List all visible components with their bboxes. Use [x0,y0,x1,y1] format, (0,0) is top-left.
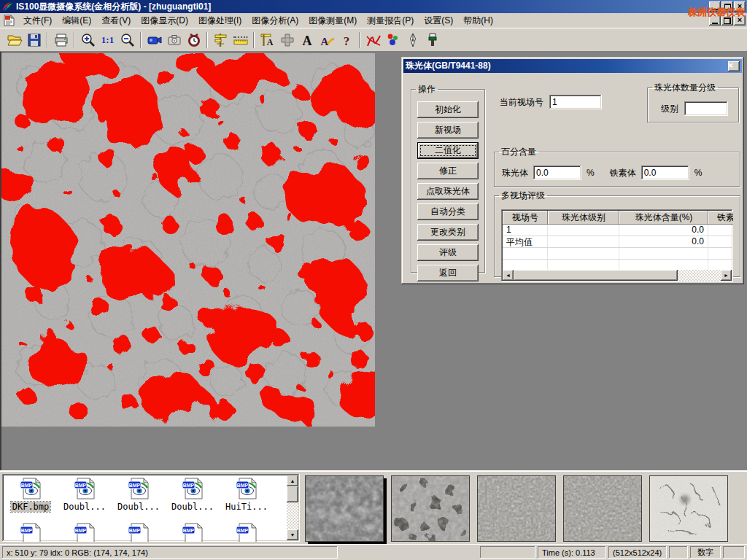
col-header-pearlite-pct[interactable]: 珠光体含量(%) [619,211,708,225]
annotate-icon[interactable]: A [317,30,336,50]
table-horizontal-scrollbar[interactable]: ◄ ► [503,270,732,281]
metallograph-image[interactable] [1,53,375,427]
video-camera-icon[interactable] [144,30,164,50]
rate-button[interactable]: 评级 [417,244,479,261]
pen-icon[interactable] [403,30,422,50]
ferrite-label: 铁素体 [610,167,636,179]
change-class-button[interactable]: 更改类别 [417,224,479,241]
thumbnail-image[interactable] [391,475,470,542]
correct-button[interactable]: 修正 [417,163,479,179]
scroll-left-icon[interactable]: ◄ [503,270,514,281]
file-item[interactable]: BMP Doubl... [166,477,220,512]
snapshot-camera-icon[interactable] [164,30,184,50]
file-item[interactable]: BMP Doubl... [112,477,166,512]
menu-item-image-process[interactable]: 图像处理(I) [193,13,247,28]
dialog-close-icon[interactable]: × [728,61,740,71]
file-item[interactable]: BMP Doubl... [58,477,112,512]
percent-sign: % [587,168,595,178]
toolbar-separator [140,32,142,48]
col-header-field-no[interactable]: 视场号 [503,211,548,225]
svg-text:BMP: BMP [75,528,87,533]
pearlite-percent-input[interactable] [533,166,581,180]
thumbnail-strip [305,475,728,542]
menu-item-image-measure[interactable]: 图像测量(M) [303,13,362,28]
phase-color-icon[interactable] [383,30,403,50]
pick-pearlite-button[interactable]: 点取珠光体 [417,183,479,200]
col-header-ferrite[interactable]: 铁素体 [708,211,733,225]
file-list-scrollbar[interactable]: ▲ ▼ [287,475,298,540]
status-image-size: (512x512x24) [608,546,667,559]
new-field-button[interactable]: 新视场 [417,122,479,139]
grid-cross-icon[interactable] [277,30,297,50]
operations-group: 操作 初始化 新视场 二值化 修正 点取珠光体 自动分类 更改类别 评级 返回 [411,83,485,273]
scrollbar-thumb[interactable] [287,486,298,502]
measure-text-icon[interactable]: A [258,30,277,50]
document-system-icon[interactable] [3,15,15,26]
status-empty-panel [723,546,745,559]
menu-item-edit[interactable]: 编辑(E) [57,13,96,28]
file-item[interactable]: BMP DKF.bmp [4,477,58,512]
open-folder-icon[interactable] [4,30,24,50]
init-button[interactable]: 初始化 [417,101,479,118]
menu-item-view[interactable]: 查看(V) [96,13,136,28]
zoom-in-icon[interactable] [78,30,98,50]
menu-item-image-analysis[interactable]: 图像分析(A) [247,13,303,28]
text-label-icon[interactable]: A [297,30,317,50]
menu-item-settings[interactable]: 设置(S) [419,13,458,28]
caliper-icon[interactable] [211,30,231,50]
status-empty-panel [669,546,688,559]
actual-size-icon[interactable]: 1:1 [98,30,117,50]
curve-tool-icon[interactable] [363,30,383,50]
thumbnail-image[interactable] [305,475,384,542]
multi-field-group: 多视场评级 视场号 珠光体级别 珠光体含量(%) 铁素体 1 0.0 [494,190,740,277]
menu-item-help[interactable]: 帮助(H) [458,13,498,28]
scroll-right-icon[interactable]: ► [721,270,732,281]
table-row[interactable]: 1 0.0 [503,225,732,236]
save-icon[interactable] [24,30,44,50]
file-item[interactable]: BMP [58,522,112,542]
grade-input[interactable] [684,101,728,116]
percent-sign: % [694,168,703,178]
file-item[interactable]: BMP HuiTi... [220,477,274,512]
file-list: BMP DKF.bmp BMP Doubl... BMP Doubl... BM… [2,474,300,542]
pearlite-dialog: 珠光体(GB/T9441-88) × 操作 初始化 新视场 二值化 修正 点取珠… [401,57,744,284]
file-item[interactable]: BMP [166,522,220,542]
percent-group: 百分含量 珠光体 % 铁素体 % [494,146,740,187]
return-button[interactable]: 返回 [417,265,479,281]
operations-group-label: 操作 [416,83,438,96]
zoom-out-icon[interactable] [117,30,137,50]
toolbar: 1:1 A A A ? [0,28,747,52]
scroll-up-icon[interactable]: ▲ [287,475,298,486]
table-row[interactable]: 平均值 0.0 [503,236,732,248]
brush-icon[interactable] [422,30,442,50]
vendor-watermark: 株洲仪器仪表 [688,6,745,19]
file-item[interactable]: BMP [4,522,58,542]
status-time: Time (s): 0.113 [538,546,606,559]
menu-item-file[interactable]: 文件(F) [18,13,57,28]
grade-group-label: 珠光体数量分级 [652,82,718,94]
svg-text:BMP: BMP [21,483,33,488]
thumbnail-image[interactable] [649,475,728,542]
toolbar-separator [359,32,360,48]
menu-item-measure-report[interactable]: 测量报告(P) [362,13,419,28]
timer-clock-icon[interactable] [184,30,204,50]
thumbnail-image[interactable] [477,475,556,542]
help-icon[interactable]: ? [336,30,356,50]
thumbnail-image[interactable] [563,475,642,542]
ferrite-percent-input[interactable] [641,166,689,180]
binarize-button[interactable]: 二值化 [417,142,479,159]
ruler-icon[interactable] [231,30,250,50]
menu-item-image-display[interactable]: 图像显示(D) [136,13,193,28]
scroll-down-icon[interactable]: ▼ [287,529,298,540]
scrollbar-thumb[interactable] [514,270,678,281]
file-name: Doubl... [62,502,107,512]
auto-classify-button[interactable]: 自动分类 [417,203,479,220]
toolbar-separator [47,32,48,48]
toolbar-separator [253,32,255,48]
current-field-input[interactable] [549,95,602,109]
window-title: IS100显微摄像系统(金相分析版) - [zhuguangti01] [16,1,211,13]
file-item[interactable]: BMP [220,522,274,542]
col-header-pearlite-grade[interactable]: 珠光体级别 [548,211,619,225]
file-item[interactable]: BMP [112,522,166,542]
print-icon[interactable] [51,30,71,50]
